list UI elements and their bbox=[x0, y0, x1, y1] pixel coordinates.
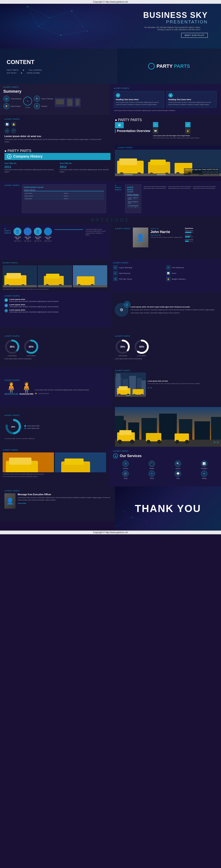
nopri-card-2: NOPRI MODO AGAM FASER TIRKAM Lorem ipsum… bbox=[125, 184, 141, 213]
svg-rect-48 bbox=[73, 285, 107, 287]
os-item-4: 📊 Analytics bbox=[192, 461, 217, 469]
slide-our-services: ● PARTY PARTS ◉ Our Services ⚙ Service 📱… bbox=[109, 447, 221, 487]
taxi-body-2: consectetur adipiscing elit bbox=[184, 173, 219, 175]
slide-content: CONTENT PARTY PARTS ▶ FULL CONTROL SCA T… bbox=[0, 49, 117, 84]
timeline-icon: ⏱ bbox=[34, 103, 40, 109]
svg-point-11 bbox=[38, 26, 39, 27]
party-bar-lorem: ● PARTY PARTS bbox=[4, 118, 106, 120]
team-divider bbox=[55, 229, 83, 230]
double-chevrons: » » bbox=[148, 386, 218, 389]
slide-taxi-bottom: ● PARTY PARTS bbox=[0, 447, 109, 487]
slide-pie: ● PARTY PARTS 60% Lorem ipsum 60% bbox=[0, 407, 115, 447]
row-taxi-our-services: ● PARTY PARTS bbox=[0, 447, 221, 487]
slide-lorem: ● PARTY PARTS 📊 🔔 ⬡ 📱 Lorem ipsum dolor … bbox=[0, 115, 111, 146]
nopri-sub-2: FASER TIRKAM bbox=[127, 194, 139, 195]
service-label-3: Web Elements bbox=[119, 272, 130, 274]
nopri-card-1: NOPRI MODO AGAM FASER TIRKAM Lorem ipsum… bbox=[22, 184, 106, 213]
john-about-label: Fake About Me bbox=[150, 235, 183, 236]
chevron-2: » bbox=[150, 386, 152, 389]
summary-row-1: 👥 Team Members bbox=[3, 96, 22, 102]
year-2011-num: 2011 bbox=[4, 165, 55, 168]
meet-pilot-button[interactable]: MEET OUR PILOT bbox=[181, 33, 208, 38]
row-circles: ● PARTY PARTS 35% Lorem ipsum bbox=[0, 328, 221, 367]
svg-point-115 bbox=[146, 521, 147, 522]
stats-text-right: Lorem ipsum dolor sit amet consectetur a… bbox=[143, 186, 217, 213]
svg-rect-36 bbox=[3, 285, 37, 287]
os-icon-8: ★ bbox=[201, 470, 207, 477]
list-num-3: 3 bbox=[4, 309, 8, 312]
content-menu-2: SCA TRUST ▶ GOING GLOBAL bbox=[7, 72, 111, 74]
party-label: ● PARTY PARTS bbox=[3, 86, 19, 88]
history-years: Fact Title On 2011 Lorem ipsum dolor sit… bbox=[4, 162, 111, 173]
taxi-caption-area: Lorem ipsum dolor sit amet consectetur a… bbox=[3, 288, 107, 290]
slide-people-right: ● PARTY PARTS bbox=[112, 367, 221, 407]
content-menu: PARTY PARTS ▶ FULL CONTROL bbox=[7, 69, 111, 71]
service-label-1: Logo & Branding bbox=[119, 267, 132, 269]
svg-point-94 bbox=[157, 440, 161, 444]
circle-caption-35: Lorem ipsum bbox=[4, 355, 20, 356]
svg-point-7 bbox=[27, 6, 28, 7]
monitor-screen bbox=[56, 99, 64, 104]
lorem-icon-1: 📊 bbox=[4, 122, 10, 127]
svg-line-0 bbox=[28, 7, 50, 18]
slide-nopri-right: ● PARTY PARTS NOPRI MODO AGAM FASER TIRK… bbox=[111, 181, 221, 216]
os-icon-6: ✈ bbox=[149, 470, 155, 477]
os-label-2: Mobile bbox=[149, 468, 154, 469]
people-left-content: ● PARTY PARTS 🧍 454,912,012.92 🧍 54,912,… bbox=[4, 379, 107, 395]
lorem-icon-2: 🔔 bbox=[11, 122, 16, 127]
list-content-2: Lorem ipsum dolor Lorem ipsum dolor sit … bbox=[9, 304, 59, 308]
message-body: Lorem ipsum dolor sit amet, consectetur … bbox=[18, 497, 111, 501]
hero-subtitle: PRESENTATION bbox=[143, 20, 208, 25]
message-photo: 👤 bbox=[4, 493, 16, 509]
city-taxi-image bbox=[115, 373, 146, 397]
services-grid: ★ Logo & Branding ✉ Print Stationery ⬡ W… bbox=[113, 265, 218, 281]
svg-rect-17 bbox=[119, 158, 137, 165]
pres-body: Lorem Ipsum Dolor Sit Amet Agam Futur Ne… bbox=[153, 135, 217, 136]
party-name: PARTY PARTS bbox=[157, 63, 190, 69]
plus-circle: + bbox=[23, 97, 32, 105]
taxi-b-2 bbox=[55, 453, 106, 472]
our-services-title-row: ◉ Our Services bbox=[113, 454, 217, 458]
party-header-1: ● PARTY PARTS bbox=[3, 86, 106, 88]
history-title: Company History bbox=[13, 154, 43, 158]
year-2012-num: 2012 bbox=[60, 165, 111, 168]
john-name: John Harrie bbox=[150, 230, 183, 234]
circle-chart-60: 60% bbox=[23, 339, 39, 354]
row-list-lorem: ● PARTY PARTS 1 Lorem ipsum dolor Lorem … bbox=[0, 292, 221, 328]
circles-row-1: 35% Lorem ipsum 60% Lorem ipsum bbox=[4, 339, 106, 356]
circles-row-2: 35% Lorem ipsum 60% Lorem ipsum bbox=[115, 339, 217, 356]
taxi-photo-1: Negel results agam faer Tulaum AGAM TUKL… bbox=[115, 150, 221, 176]
svg-point-97 bbox=[185, 440, 189, 444]
slide-people-left: ● PARTY PARTS 🧍 454,912,012.92 🧍 54,912,… bbox=[0, 367, 112, 407]
os-label-7: Chat bbox=[176, 477, 180, 479]
taxi-thumb-1 bbox=[3, 265, 37, 287]
menu-item-1: PARTY PARTS bbox=[7, 69, 19, 71]
svg-point-91 bbox=[130, 440, 134, 444]
monitor-box bbox=[55, 98, 65, 107]
taxi-b-caption-2: Ut enim ad minim veniam, quis nostrud ex… bbox=[3, 475, 106, 477]
list-row-2: 2 Lorem ipsum dolor Lorem ipsum dolor si… bbox=[4, 304, 107, 308]
our-services-icon: ◉ bbox=[113, 454, 118, 458]
row-nopri: ● PARTY PARTS NOPRI MODO AGAM FASER TIRK… bbox=[0, 181, 221, 216]
message-author: Johrustah bbox=[18, 502, 111, 505]
list-row-3: 3 Lorem ipsum dolor Lorem ipsum dolor si… bbox=[4, 309, 107, 313]
service-icon-4: 📊 bbox=[166, 271, 171, 275]
os-item-3: 🔍 Search bbox=[166, 461, 191, 469]
nopri-row-2: Dolor sit ametValue 2 bbox=[24, 195, 104, 197]
service-label-6: Badge & Banners bbox=[172, 278, 186, 280]
john-bar-list: 7Bookmarkers & followers & testimonials bbox=[185, 230, 194, 242]
message-content: 👤 Message from Executive Officer Lorem i… bbox=[4, 493, 111, 509]
os-icon-7: 💬 bbox=[175, 470, 181, 477]
team-member-3: 👤 Your Text Here Sub Title On bbox=[34, 227, 42, 242]
circles-text-2: Lorem ipsum dolor sit amet consectetur. bbox=[115, 358, 217, 360]
service-icon-1: ★ bbox=[113, 265, 117, 270]
party-bar-services: ● PARTY PARTS bbox=[113, 262, 218, 264]
taxi-overlay-text: Negel results agam faer Tulaum AGAM TUKL… bbox=[184, 168, 219, 175]
monitor-stand bbox=[59, 105, 61, 106]
year-2012: Fact Title On 2012 Lorem ipsum dolor sit… bbox=[60, 162, 111, 173]
svg-point-10 bbox=[82, 26, 83, 27]
list-content-1: Lorem ipsum dolor Lorem ipsum dolor sit … bbox=[9, 299, 59, 303]
svg-point-90 bbox=[117, 440, 122, 444]
party-bar-team: ● PARTY PARTS bbox=[4, 227, 11, 234]
donut-chart: 60% bbox=[4, 418, 22, 436]
